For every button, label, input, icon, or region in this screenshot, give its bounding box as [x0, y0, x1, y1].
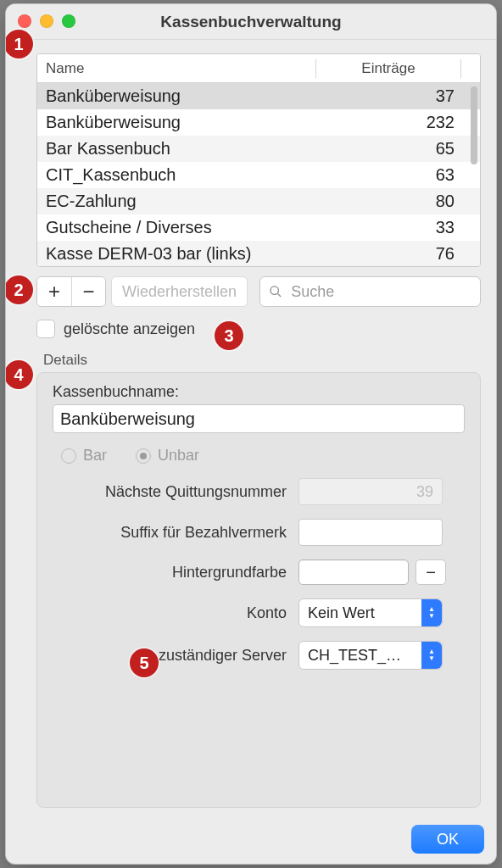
add-button[interactable]: + — [37, 277, 71, 306]
next-number-label: Nächste Quittungsnummer — [53, 483, 298, 501]
annotation-badge-3: 3 — [215, 321, 243, 350]
maximize-icon[interactable] — [62, 14, 75, 28]
cell-entries: 63 — [332, 165, 460, 185]
cell-entries: 33 — [332, 218, 460, 237]
show-deleted-checkbox[interactable] — [36, 320, 55, 338]
cell-name: Gutscheine / Diverses — [46, 218, 332, 237]
svg-point-0 — [271, 287, 278, 294]
details-group-label: Details — [43, 352, 481, 369]
server-dropdown[interactable]: CH_TEST_… ▲▼ — [298, 641, 443, 670]
suffix-input[interactable] — [298, 519, 443, 546]
details-panel: Kassenbuchname: Bar Unbar Nächste Quittu… — [36, 372, 481, 808]
server-value: CH_TEST_… — [308, 647, 401, 665]
column-header-entries[interactable]: Einträge — [316, 60, 460, 77]
name-label: Kassenbuchname: — [53, 383, 465, 401]
table-row[interactable]: Banküberweisung232 — [37, 109, 480, 136]
restore-button[interactable]: Wiederherstellen — [111, 276, 248, 307]
vertical-scrollbar[interactable] — [471, 86, 477, 164]
annotation-badge-1: 1 — [5, 30, 33, 58]
bg-color-button[interactable] — [298, 559, 409, 585]
close-icon[interactable] — [18, 14, 31, 28]
window-title: Kassenbuchverwaltung — [160, 13, 341, 31]
cell-entries: 80 — [332, 192, 460, 211]
cashbook-table: Name Einträge Banküberweisung37Banküberw… — [36, 53, 481, 267]
radio-bar[interactable]: Bar — [61, 447, 107, 465]
konto-value: Kein Wert — [308, 604, 375, 622]
cell-entries: 232 — [332, 113, 460, 132]
table-row[interactable]: CIT_Kassenbuch63 — [37, 162, 480, 188]
cell-name: Bar Kassenbuch — [46, 139, 332, 159]
cell-name: CIT_Kassenbuch — [46, 165, 332, 185]
minimize-icon[interactable] — [40, 14, 53, 28]
server-label: zuständiger Server — [53, 647, 298, 665]
radio-unbar[interactable]: Unbar — [136, 447, 199, 465]
table-row[interactable]: EC-Zahlung80 — [37, 188, 480, 214]
cell-entries: 37 — [332, 86, 460, 106]
titlebar: Kassenbuchverwaltung — [6, 4, 496, 40]
table-row[interactable]: Kasse DERM-03 bar (links)76 — [37, 241, 480, 267]
radio-unbar-label: Unbar — [158, 447, 199, 465]
annotation-badge-2: 2 — [5, 275, 33, 304]
konto-dropdown[interactable]: Kein Wert ▲▼ — [298, 598, 443, 627]
suffix-label: Suffix für Bezahlvermerk — [53, 524, 298, 542]
cell-entries: 76 — [332, 244, 460, 264]
cell-name: Banküberweisung — [46, 113, 332, 132]
chevron-up-down-icon: ▲▼ — [421, 599, 442, 626]
bg-color-clear-button[interactable]: − — [416, 559, 446, 585]
cell-name: EC-Zahlung — [46, 192, 332, 211]
next-number-field — [298, 478, 443, 505]
radio-bar-label: Bar — [83, 447, 107, 465]
remove-button[interactable]: − — [71, 277, 105, 306]
bg-color-label: Hintergrundfarbe — [53, 564, 298, 581]
search-icon — [269, 284, 282, 299]
cell-name: Banküberweisung — [46, 86, 332, 106]
table-toolbar: + − Wiederherstellen — [36, 275, 481, 308]
table-row[interactable]: Gutscheine / Diverses33 — [37, 214, 480, 241]
svg-line-1 — [277, 293, 281, 297]
table-row[interactable]: Bar Kassenbuch65 — [37, 136, 480, 162]
cell-entries: 65 — [332, 139, 460, 159]
show-deleted-label: gelöschte anzeigen — [64, 320, 195, 338]
search-input[interactable] — [289, 282, 471, 302]
annotation-badge-4: 4 — [5, 360, 33, 389]
table-row[interactable]: Banküberweisung37 — [37, 83, 480, 109]
chevron-up-down-icon: ▲▼ — [421, 642, 442, 669]
cell-name: Kasse DERM-03 bar (links) — [46, 244, 332, 264]
cashbook-name-input[interactable] — [53, 404, 465, 433]
column-header-name[interactable]: Name — [37, 60, 315, 77]
annotation-badge-5: 5 — [130, 648, 159, 677]
ok-button[interactable]: OK — [411, 825, 484, 854]
app-window: Kassenbuchverwaltung Name Einträge Bankü… — [5, 3, 497, 865]
konto-label: Konto — [53, 604, 298, 622]
search-field[interactable] — [259, 276, 481, 307]
